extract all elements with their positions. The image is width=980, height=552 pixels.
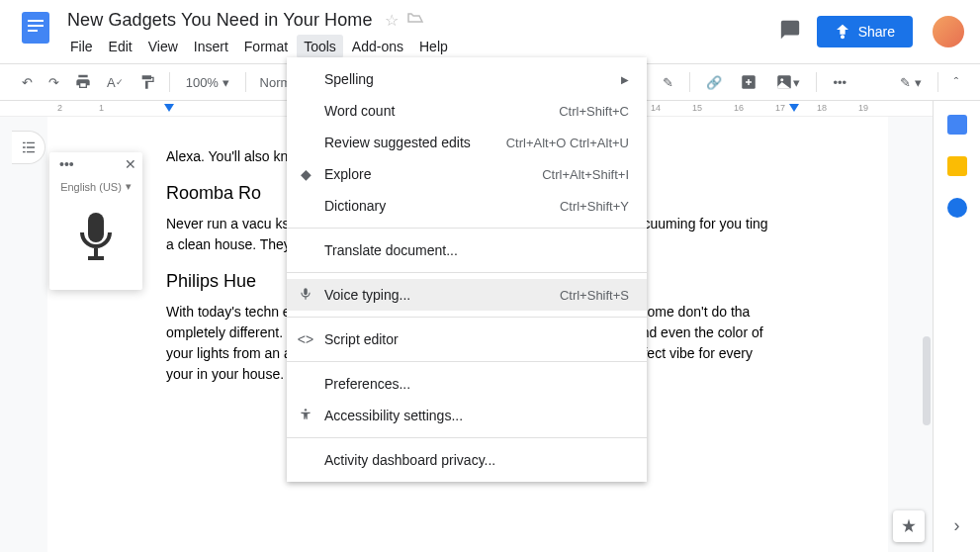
menu-insert[interactable]: Insert (187, 35, 235, 58)
collapse-button[interactable]: ˆ (948, 71, 964, 94)
link-button[interactable]: 🔗 (700, 71, 728, 94)
menu-item-label: Activity dashboard privacy... (324, 452, 629, 468)
menu-item-label: Word count (324, 103, 559, 119)
paint-format-button[interactable] (134, 70, 161, 94)
menu-item-icon (297, 408, 314, 424)
menu-item-label: Review suggested edits (324, 135, 506, 150)
explore-button[interactable] (893, 510, 925, 542)
menu-item-translate-document-[interactable]: Translate document... (287, 234, 647, 266)
undo-button[interactable]: ↶ (16, 71, 39, 94)
share-button[interactable]: Share (817, 16, 913, 47)
menu-bar: FileEditViewInsertFormatToolsAdd-onsHelp (63, 35, 779, 58)
editing-mode-button[interactable]: ✎ ▾ (894, 71, 928, 94)
menu-item-shortcut: Ctrl+Shift+C (559, 104, 629, 119)
tasks-icon[interactable] (947, 198, 967, 218)
svg-rect-1 (28, 20, 44, 22)
voice-more-icon[interactable]: ••• (59, 156, 74, 172)
menu-item-label: Spelling (324, 71, 613, 87)
docs-logo[interactable] (16, 8, 55, 47)
zoom-select[interactable]: 100% ▾ (178, 75, 237, 90)
document-title[interactable]: New Gadgets You Need in Your Home (63, 8, 377, 33)
menu-tools[interactable]: Tools (297, 35, 343, 58)
menu-item-icon (297, 287, 314, 304)
menu-item-label: Preferences... (324, 376, 629, 392)
menu-item-label: Explore (324, 166, 542, 182)
voice-mic-button[interactable] (49, 197, 142, 290)
menu-view[interactable]: View (141, 35, 185, 58)
account-avatar[interactable] (933, 16, 964, 47)
move-icon[interactable] (406, 12, 424, 30)
menu-item-shortcut: Ctrl+Alt+O Ctrl+Alt+U (506, 136, 629, 150)
spellcheck-button[interactable]: A✓ (101, 71, 130, 94)
menu-item-label: Accessibility settings... (324, 408, 629, 423)
menu-item-label: Dictionary (324, 198, 560, 214)
image-button[interactable]: ▾ (769, 69, 806, 95)
add-comment-button[interactable] (734, 69, 763, 95)
menu-format[interactable]: Format (237, 35, 295, 58)
indent-marker-left[interactable] (164, 104, 174, 112)
svg-point-9 (305, 409, 307, 411)
menu-item-accessibility-settings-[interactable]: Accessibility settings... (287, 400, 647, 431)
submenu-arrow-icon: ▶ (621, 74, 629, 85)
tools-dropdown: Spelling▶Word countCtrl+Shift+CReview su… (287, 57, 647, 482)
menu-item-icon: ◆ (297, 166, 314, 182)
svg-point-7 (781, 78, 784, 81)
svg-point-4 (841, 35, 845, 39)
scrollbar-thumb[interactable] (923, 336, 931, 425)
voice-typing-panel: ••• ✕ English (US)▾ (49, 152, 142, 290)
highlight-button[interactable]: ✎ (657, 71, 679, 94)
svg-rect-0 (22, 12, 49, 44)
side-panel: › (933, 101, 980, 552)
menu-file[interactable]: File (63, 35, 100, 58)
more-button[interactable]: ••• (827, 71, 852, 94)
app-header: New Gadgets You Need in Your Home ☆ File… (0, 0, 980, 63)
share-label: Share (858, 24, 895, 40)
voice-close-icon[interactable]: ✕ (125, 156, 136, 172)
menu-edit[interactable]: Edit (102, 35, 139, 58)
outline-toggle[interactable] (12, 131, 45, 164)
menu-item-icon: <> (297, 331, 314, 347)
svg-rect-3 (28, 30, 38, 32)
keep-icon[interactable] (947, 156, 967, 176)
menu-item-activity-dashboard-privacy-[interactable]: Activity dashboard privacy... (287, 444, 647, 476)
menu-item-preferences-[interactable]: Preferences... (287, 368, 647, 400)
menu-item-label: Translate document... (324, 242, 629, 258)
star-icon[interactable]: ☆ (385, 11, 399, 30)
voice-language-select[interactable]: English (US)▾ (49, 176, 142, 197)
menu-item-spelling[interactable]: Spelling▶ (287, 63, 647, 95)
menu-item-label: Voice typing... (324, 287, 560, 303)
menu-add-ons[interactable]: Add-ons (345, 35, 410, 58)
menu-item-review-suggested-edits[interactable]: Review suggested editsCtrl+Alt+O Ctrl+Al… (287, 127, 647, 158)
menu-item-shortcut: Ctrl+Alt+Shift+I (542, 167, 629, 182)
indent-marker-right[interactable] (789, 104, 799, 112)
menu-item-shortcut: Ctrl+Shift+Y (560, 199, 629, 214)
menu-item-dictionary[interactable]: DictionaryCtrl+Shift+Y (287, 190, 647, 222)
side-panel-collapse-icon[interactable]: › (954, 515, 960, 536)
print-button[interactable] (69, 70, 97, 94)
menu-item-shortcut: Ctrl+Shift+S (560, 288, 629, 303)
menu-help[interactable]: Help (412, 35, 455, 58)
calendar-icon[interactable] (947, 115, 967, 135)
svg-rect-2 (28, 25, 44, 27)
menu-item-voice-typing-[interactable]: Voice typing...Ctrl+Shift+S (287, 279, 647, 311)
redo-button[interactable]: ↷ (43, 71, 65, 94)
menu-item-label: Script editor (324, 331, 629, 347)
menu-item-explore[interactable]: ◆ExploreCtrl+Alt+Shift+I (287, 158, 647, 190)
menu-item-script-editor[interactable]: <>Script editor (287, 323, 647, 355)
comments-icon[interactable] (779, 19, 801, 45)
svg-rect-8 (304, 288, 308, 295)
menu-item-word-count[interactable]: Word countCtrl+Shift+C (287, 95, 647, 127)
